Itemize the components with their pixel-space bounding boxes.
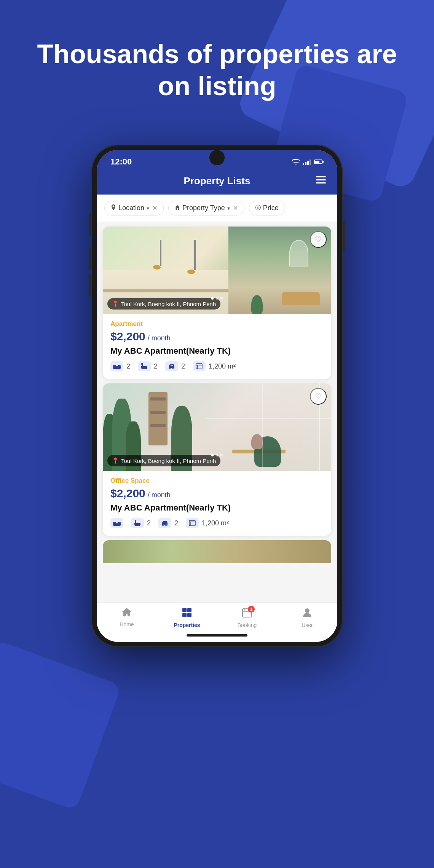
svg-rect-8 <box>113 368 115 369</box>
nav-item-user[interactable]: User <box>277 607 337 628</box>
battery-icon <box>314 160 324 164</box>
home-indicator <box>97 631 337 642</box>
status-icons <box>292 159 324 165</box>
location-text-2: Toul Kork, Boeng kok II, Phnom Penh <box>121 458 216 464</box>
feature-parking-2: 2 <box>158 518 178 528</box>
parking-count-2: 2 <box>174 519 178 527</box>
property-card-2[interactable]: ♡ 📍 Toul Kork, Boeng kok II, Phnom Penh <box>103 383 331 536</box>
card-image-2: ♡ 📍 Toul Kork, Boeng kok II, Phnom Penh <box>103 383 331 471</box>
favorite-button-1[interactable]: ♡ <box>310 231 327 248</box>
baths-count-1: 2 <box>154 362 158 370</box>
bottom-nav: Home Properties <box>97 602 337 631</box>
card-name-2: My ABC Apartment(Nearly TK) <box>110 503 324 513</box>
properties-nav-label: Properties <box>174 622 200 628</box>
svg-text:$: $ <box>257 206 259 210</box>
phone-frame: 12:00 <box>91 145 343 647</box>
status-time: 12:00 <box>110 157 132 167</box>
feature-parking-1: 2 <box>165 361 185 371</box>
svg-rect-28 <box>187 608 191 612</box>
beds-count-1: 2 <box>126 362 130 370</box>
menu-icon[interactable] <box>316 176 326 186</box>
svg-rect-27 <box>182 608 187 612</box>
card-body-2: Office Space $2,200 / month My ABC Apart… <box>103 471 331 536</box>
card-price-row-2: $2,200 / month <box>110 487 324 500</box>
pin-icon-1: 📍 <box>112 300 119 307</box>
svg-rect-2 <box>316 182 326 183</box>
home-nav-label: Home <box>120 621 134 627</box>
bath-icon-2 <box>131 518 144 528</box>
phone-mockup: 12:00 <box>91 145 343 647</box>
feature-area-2: 1,200 m² <box>186 518 229 528</box>
property-list: ♡ 📍 Toul Kork, Boeng kok II, Phnom Penh <box>97 222 337 602</box>
filter-property-type-label: Property Type <box>182 204 225 212</box>
svg-rect-21 <box>135 520 136 523</box>
svg-rect-7 <box>118 365 121 367</box>
svg-rect-24 <box>189 520 195 526</box>
card-type-2: Office Space <box>110 477 324 485</box>
location-pin-icon <box>111 204 116 212</box>
favorite-button-2[interactable]: ♡ <box>310 388 327 405</box>
area-icon <box>193 361 206 371</box>
svg-rect-15 <box>196 364 202 369</box>
chevron-down-icon-2: ▾ <box>227 205 230 211</box>
card-image-1: ♡ 📍 Toul Kork, Boeng kok II, Phnom Penh <box>103 227 331 314</box>
home-nav-icon <box>121 607 132 620</box>
image-dots-1 <box>211 297 223 300</box>
area-icon-2 <box>186 518 199 528</box>
car-icon <box>165 361 178 371</box>
user-nav-icon <box>302 607 312 621</box>
chevron-down-icon: ▾ <box>147 205 149 211</box>
card-price-row-1: $2,200 / month <box>110 330 324 343</box>
nav-item-properties[interactable]: Properties <box>157 607 217 628</box>
home-bar <box>187 634 247 637</box>
card-price-unit-1: / month <box>148 334 171 342</box>
close-icon[interactable]: ✕ <box>152 204 157 212</box>
card-type-1: Apartment <box>110 320 324 328</box>
filter-price[interactable]: $ Price <box>249 201 285 215</box>
svg-point-12 <box>169 367 171 369</box>
card-price-1: $2,200 <box>110 330 145 343</box>
svg-rect-30 <box>187 613 191 617</box>
app-header-title: Property Lists <box>184 175 251 187</box>
home-icon-small <box>175 205 180 212</box>
filter-property-type[interactable]: Property Type ▾ ✕ <box>168 201 244 215</box>
dollar-icon: $ <box>255 205 261 212</box>
close-icon-2[interactable]: ✕ <box>233 204 238 212</box>
parking-count-1: 2 <box>181 362 185 370</box>
properties-nav-icon <box>182 607 192 621</box>
svg-rect-1 <box>316 179 326 180</box>
bg-decoration-3 <box>0 640 121 811</box>
booking-badge: 1 <box>248 606 255 613</box>
filter-location-label: Location <box>118 204 144 212</box>
svg-point-22 <box>163 524 164 526</box>
bed-icon-2 <box>110 518 123 528</box>
baths-count-2: 2 <box>147 519 151 527</box>
property-card-1[interactable]: ♡ 📍 Toul Kork, Boeng kok II, Phnom Penh <box>103 227 331 379</box>
area-text-1: 1,200 m² <box>209 362 236 370</box>
svg-rect-9 <box>119 368 120 369</box>
car-icon-2 <box>158 518 171 528</box>
bed-icon <box>110 361 123 371</box>
svg-rect-20 <box>118 522 121 523</box>
feature-area-1: 1,200 m² <box>193 361 236 371</box>
wifi-icon <box>292 159 300 164</box>
svg-point-23 <box>166 524 167 526</box>
user-nav-label: User <box>302 622 313 628</box>
feature-beds-1: 2 <box>110 361 130 371</box>
location-badge-2: 📍 Toul Kork, Boeng kok II, Phnom Penh <box>107 455 220 466</box>
filter-bar: Location ▾ ✕ Property Type ▾ ✕ <box>97 195 337 222</box>
location-badge-1: 📍 Toul Kork, Boeng kok II, Phnom Penh <box>107 298 220 310</box>
svg-rect-14 <box>171 365 173 366</box>
svg-point-35 <box>305 608 310 613</box>
phone-notch <box>209 150 225 165</box>
bath-icon <box>138 361 151 371</box>
nav-item-home[interactable]: Home <box>97 607 157 628</box>
filter-price-label: Price <box>263 204 279 212</box>
image-dots-2 <box>211 454 223 456</box>
card-features-1: 2 2 <box>110 361 324 371</box>
booking-nav-icon: 1 <box>242 607 252 621</box>
filter-location[interactable]: Location ▾ ✕ <box>104 201 164 215</box>
location-text-1: Toul Kork, Boeng kok II, Phnom Penh <box>121 301 216 307</box>
nav-item-booking[interactable]: 1 Booking <box>217 607 277 628</box>
svg-rect-19 <box>113 522 116 523</box>
